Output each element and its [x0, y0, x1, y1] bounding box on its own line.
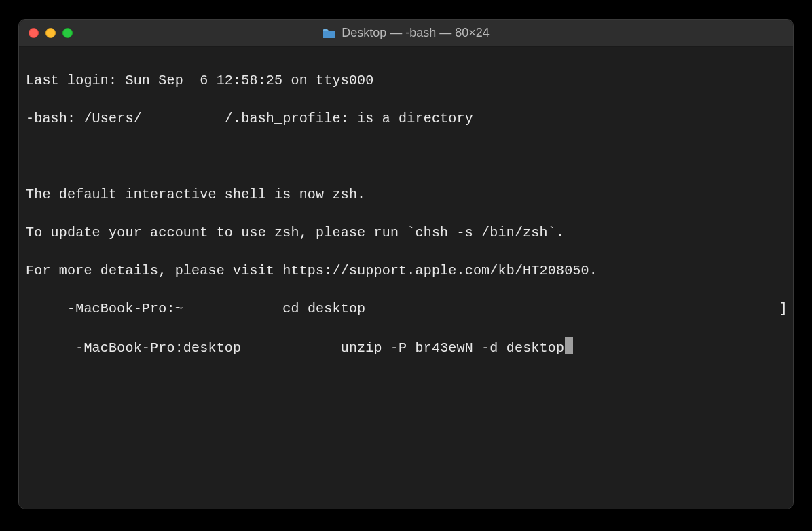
- minimize-button[interactable]: [45, 28, 56, 38]
- prompt-line: -MacBook-Pro:~ cd desktop]: [26, 299, 786, 318]
- terminal-window: Desktop — -bash — 80×24 Last login: Sun …: [18, 19, 794, 509]
- prompt-line: -MacBook-Pro:desktop unzip -P br43ewN -d…: [26, 337, 786, 358]
- terminal-line: For more details, please visit https://s…: [26, 261, 786, 280]
- shell-prompt: -MacBook-Pro:desktop: [75, 340, 249, 356]
- terminal-line: Last login: Sun Sep 6 12:58:25 on ttys00…: [26, 71, 786, 90]
- folder-icon: [322, 28, 336, 39]
- window-title: Desktop — -bash — 80×24: [19, 26, 793, 40]
- terminal-line: [26, 147, 786, 166]
- indent: [26, 340, 75, 356]
- terminal-line: The default interactive shell is now zsh…: [26, 185, 786, 204]
- cursor: [565, 337, 573, 354]
- window-title-text: Desktop — -bash — 80×24: [342, 26, 490, 40]
- title-bar: Desktop — -bash — 80×24: [19, 20, 793, 47]
- maximize-button[interactable]: [62, 28, 73, 38]
- traffic-lights: [19, 28, 73, 38]
- line-wrap-bracket: ]: [779, 299, 788, 318]
- terminal-line: -bash: /Users/ /.bash_profile: is a dire…: [26, 109, 786, 128]
- shell-command: cd desktop: [282, 301, 365, 316]
- gap: [191, 301, 282, 316]
- terminal-line: To update your account to use zsh, pleas…: [26, 223, 786, 242]
- indent: [26, 301, 67, 316]
- terminal-body[interactable]: Last login: Sun Sep 6 12:58:25 on ttys00…: [19, 47, 793, 509]
- shell-prompt: -MacBook-Pro:~: [67, 301, 191, 316]
- gap: [249, 340, 340, 356]
- shell-command: unzip -P br43ewN -d desktop: [341, 340, 564, 356]
- close-button[interactable]: [29, 28, 39, 38]
